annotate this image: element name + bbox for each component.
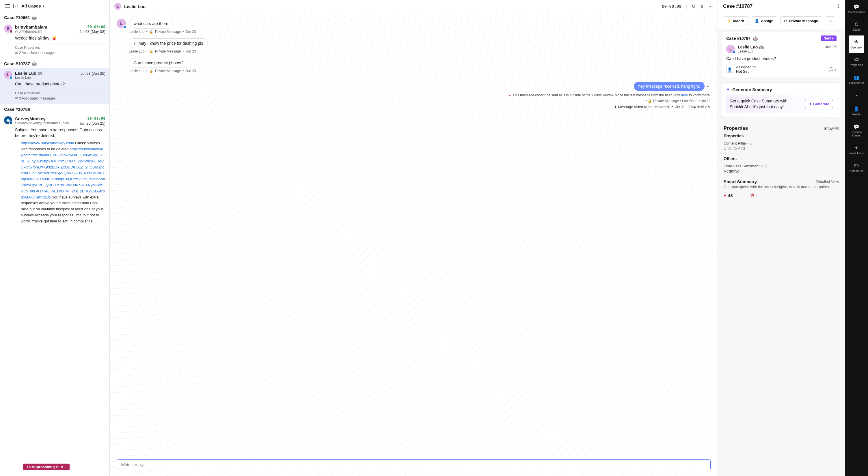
error-link[interactable]: here — [681, 93, 688, 97]
link[interactable]: https://surveymonkey.com/tr/v1/te/akU_2B… — [21, 147, 105, 199]
case-icon: C — [855, 22, 858, 27]
comment-count[interactable]: 💬 3 — [829, 67, 837, 72]
more-icon: ⋯ — [854, 93, 859, 98]
others-subheading: Others — [724, 156, 839, 161]
nav-label: Collaborate — [849, 81, 864, 84]
smart-assist-icon: ✦ — [855, 145, 858, 150]
message-bubble-outgoing: hey message received. hang tight. — [634, 82, 705, 91]
nav-case[interactable]: CCase — [852, 18, 861, 35]
message-bubble: Can I have product photos? — [129, 58, 188, 68]
assign-button[interactable]: 👤 Assign — [751, 16, 777, 25]
case-properties-label: Case Properties — [15, 89, 105, 95]
case-card[interactable]: L Leslie Luo 🤖 Leslie Luo Jul 08 (Jun 25… — [0, 68, 110, 104]
avatar: B — [4, 25, 12, 33]
private-message-button[interactable]: ↩ Private Message — [780, 16, 822, 25]
case-timer: 00:00:00 — [80, 25, 105, 29]
property-label: Content Pillar ● i — [724, 141, 839, 145]
property-label: Final Case Sentiment ● i — [724, 164, 839, 168]
message-meta: Leslie Luo • 🔒 Private Message • Jun 23 — [129, 69, 711, 73]
generate-button[interactable]: ✦ Generate — [805, 100, 833, 108]
share-icon[interactable]: ⤴ — [837, 4, 840, 9]
case-name: SurveyMonkey — [15, 116, 72, 121]
case-body: https://www.surveymonkey.com/ Check surv… — [15, 140, 105, 224]
status-new-pill[interactable]: New ▾ — [820, 35, 837, 41]
download-icon[interactable]: ⇩ — [700, 4, 704, 9]
nav-collaborate[interactable]: 👥Collaborate — [848, 71, 865, 89]
case-card[interactable]: ◉ SurveyMonkey SurveyMonkey@t.outbound.s… — [0, 113, 110, 228]
nav-label: Commerce — [849, 169, 864, 172]
person-name: Leslie Luo 🤖 — [738, 45, 764, 49]
info-icon[interactable]: i — [763, 164, 767, 168]
property-value: Negative — [724, 169, 839, 173]
avatar: L — [117, 19, 126, 28]
link[interactable]: https://www.surveymonkey.com/ — [21, 141, 74, 145]
all-cases-dropdown[interactable]: All Cases ▾ — [21, 3, 44, 8]
chevron-down-icon: ▾ — [43, 4, 44, 7]
property-value[interactable]: Click to Add — [724, 146, 839, 150]
case-date: Jun 25 (Jun 25) — [80, 121, 105, 126]
case-preview: Wedge fries all day! 🍟 — [15, 35, 105, 41]
message-failed: ℹ Message failed to be delivered. • Jul … — [117, 105, 711, 109]
generate-summary-text: Get a quick Case Summary with Sprinklr A… — [730, 98, 802, 110]
nav-smart-assist[interactable]: ✦Smart Assist — [847, 141, 866, 159]
generate-summary-heading: ✦ Generate Summary — [726, 87, 837, 92]
avatar: ◉ — [4, 116, 12, 124]
overview-icon: 👁 — [854, 39, 859, 45]
case-subject: Subject: You have extra responses! Gain … — [15, 127, 105, 138]
avatar: L — [726, 45, 735, 54]
nav-label: Smart Assist — [848, 152, 865, 155]
more-button[interactable]: ⋯ — [825, 16, 835, 25]
case-id-header: Case #10786 — [0, 104, 110, 113]
conversation-timer: 00:00:09 — [662, 4, 681, 9]
nav-label: Conversation — [848, 11, 865, 14]
profile-icon: 👤 — [854, 106, 859, 112]
message-error: ▲This message cannot be sent as it is ou… — [117, 93, 711, 97]
properties-heading: Properties — [724, 126, 748, 131]
avatar: L — [4, 71, 12, 79]
case-preview: Can I have product photos? — [726, 56, 837, 61]
message-more-icon[interactable]: ⋯ — [707, 84, 711, 89]
message-bubble: what cars are there — [129, 19, 173, 29]
sla-approaching-pill[interactable]: 15 Approaching SLA ↓ — [23, 464, 70, 470]
select-all-checkbox[interactable]: ✓ — [13, 4, 18, 8]
smart-summary-heading: Smart Summary — [724, 179, 757, 184]
nav-more[interactable]: ⋯ — [853, 89, 860, 102]
nav-overview[interactable]: 👁Overview — [849, 35, 864, 53]
info-icon[interactable]: i — [750, 142, 753, 145]
nav-label: Profile — [852, 113, 861, 116]
person-date: Jun 25 — [825, 45, 837, 54]
show-all-link[interactable]: Show All — [824, 126, 839, 131]
commerce-icon: 🛍 — [854, 163, 859, 168]
assignee-avatar[interactable]: 👤 — [726, 66, 733, 73]
case-id-header: Case #10787🤖 — [0, 58, 110, 68]
refresh-icon[interactable]: ↻ — [691, 4, 695, 9]
message-bubble: Hi may I know the price for dashing pls — [129, 38, 208, 48]
more-icon[interactable]: ⋯ — [708, 4, 713, 9]
case-handle: Leslie Luo — [15, 76, 42, 80]
nav-conversation[interactable]: 💬Conversation — [847, 0, 866, 18]
assigned-to-label: Assigned to — [736, 65, 756, 69]
case-preview: Can I have product photos? — [15, 81, 105, 87]
assigned-to-value: Not Set — [736, 69, 756, 74]
macro-button[interactable]: ⚡ Macro — [723, 16, 748, 25]
nav-profile[interactable]: 👤Profile — [851, 102, 862, 120]
case-timer: 00:00:00 — [80, 116, 105, 121]
associated-messages: ✉ 3 Associated messages — [15, 96, 105, 100]
nav-label: Overview — [850, 46, 863, 49]
associated-messages: ✉ 2 Associated messages — [15, 51, 105, 55]
case-properties-label: Case Properties — [15, 43, 105, 49]
stat-time: ⏱ - — [750, 193, 758, 198]
detailed-view-link[interactable]: Detailed View — [816, 179, 839, 184]
nav-properties[interactable]: 🏷Properties — [849, 53, 864, 71]
nav-label: Properties — [850, 64, 863, 67]
nav-historical-cases[interactable]: 💬Historical Cases — [845, 120, 868, 141]
historical-cases-icon: 💬 — [854, 124, 859, 130]
case-card[interactable]: B brittybambalam @brittybambalam 00:00:0… — [0, 22, 110, 58]
message-meta: Leslie Luo • 🔒 Private Message • Jun 23 — [129, 49, 711, 54]
properties-icon: 🏷 — [854, 57, 859, 62]
hamburger-menu[interactable] — [5, 4, 10, 8]
conversation-icon: 💬 — [854, 4, 859, 9]
reply-input[interactable] — [117, 459, 711, 470]
nav-commerce[interactable]: 🛍Commerce — [848, 159, 865, 176]
case-name: brittybambalam — [15, 25, 48, 29]
